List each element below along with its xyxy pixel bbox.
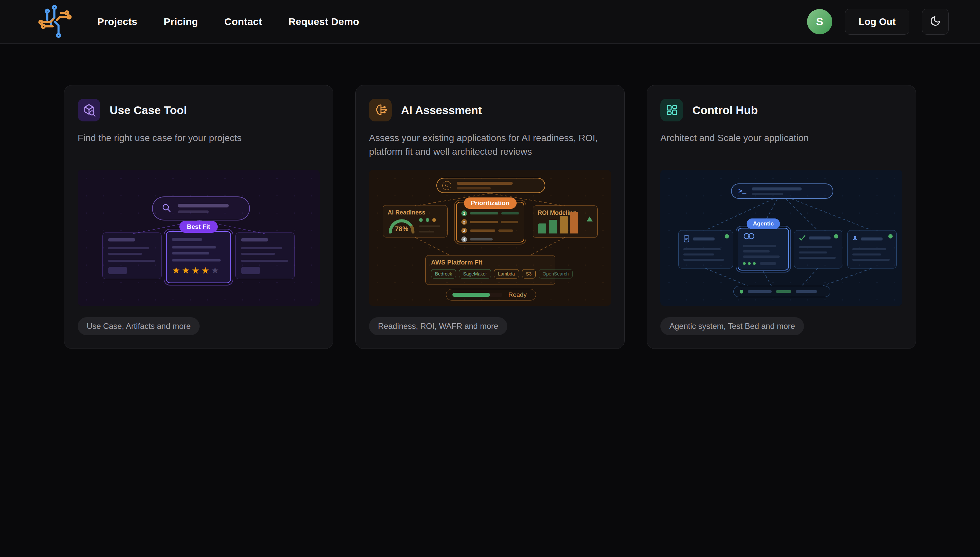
priority-number: 3 bbox=[461, 228, 467, 233]
top-navbar: Projects Pricing Contact Request Demo S … bbox=[0, 0, 980, 44]
nav-link-pricing[interactable]: Pricing bbox=[164, 16, 198, 27]
use-case-illustration: Best Fit bbox=[78, 170, 320, 306]
priority-number: 2 bbox=[461, 219, 467, 225]
status-dot bbox=[834, 234, 838, 238]
layout-grid-icon bbox=[660, 99, 683, 121]
card-header: Control Hub bbox=[660, 99, 902, 121]
progress-bar bbox=[452, 293, 502, 297]
ai-readiness-box: AI Readiness 78% bbox=[383, 205, 448, 238]
readiness-value: 78% bbox=[388, 225, 416, 233]
search-bar-mock bbox=[152, 197, 250, 220]
star-icon bbox=[172, 265, 182, 275]
prioritization-badge: Prioritization bbox=[464, 197, 516, 209]
terminal-input-mock: >_ bbox=[731, 184, 833, 199]
agent-status-dots bbox=[743, 262, 784, 265]
card-use-case-tool[interactable]: Use Case Tool Find the right use case fo… bbox=[64, 85, 333, 349]
status-dot bbox=[725, 234, 729, 238]
readiness-side-skeleton bbox=[419, 218, 440, 233]
magnifier-icon bbox=[161, 203, 171, 214]
card-title: Use Case Tool bbox=[110, 104, 187, 117]
hub-card-agentic: Agentic bbox=[738, 228, 789, 270]
skeleton-lines bbox=[178, 204, 229, 213]
chip-opensearch: OpenSearch bbox=[539, 269, 573, 278]
skeleton-lines bbox=[752, 187, 802, 195]
nav-link-contact[interactable]: Contact bbox=[224, 16, 262, 27]
brain-badge-icon bbox=[442, 181, 451, 190]
checkmark-icon bbox=[799, 235, 806, 241]
card-description: Architect and Scale your application bbox=[660, 132, 902, 163]
hub-card-docs bbox=[678, 230, 733, 269]
nav-links: Projects Pricing Contact Request Demo bbox=[97, 16, 359, 27]
card-control-hub[interactable]: Control Hub Architect and Scale your app… bbox=[647, 85, 916, 349]
hub-card-validated bbox=[794, 230, 842, 269]
main-content: Use Case Tool Find the right use case fo… bbox=[0, 44, 980, 349]
card-footer-tag: Use Case, Artifacts and more bbox=[78, 317, 200, 335]
readiness-gauge: 78% bbox=[388, 217, 416, 233]
rocket-icon bbox=[852, 235, 858, 243]
prioritization-box: Prioritization 1 2 3 4 bbox=[456, 202, 524, 243]
control-hub-illustration: >_ bbox=[660, 170, 902, 306]
roi-bar-chart bbox=[538, 212, 578, 233]
nav-link-request-demo[interactable]: Request Demo bbox=[288, 16, 359, 27]
assessment-input-mock bbox=[436, 178, 545, 193]
card-title: Control Hub bbox=[692, 104, 758, 117]
brain-circuit-icon bbox=[369, 99, 392, 121]
package-search-icon bbox=[78, 99, 101, 121]
theme-toggle-button[interactable] bbox=[922, 9, 949, 35]
card-header: AI Assessment bbox=[369, 99, 611, 121]
priority-number: 4 bbox=[461, 236, 467, 242]
star-rating bbox=[172, 266, 225, 275]
aws-platform-fit-label: AWS Platform Fit bbox=[431, 259, 550, 266]
ready-label: Ready bbox=[508, 291, 527, 298]
mock-button bbox=[108, 267, 127, 274]
mock-button bbox=[241, 267, 260, 274]
result-card-best-fit: Best Fit bbox=[166, 231, 231, 283]
service-chips: Bedrock SageMaker Lambda S3 OpenSearch bbox=[431, 269, 550, 278]
pipeline-summary-pill bbox=[733, 286, 830, 297]
card-header: Use Case Tool bbox=[78, 99, 320, 121]
star-icon bbox=[201, 265, 211, 275]
skeleton-lines bbox=[457, 182, 513, 189]
status-dot bbox=[888, 234, 893, 238]
ai-assessment-illustration: AI Readiness 78% bbox=[369, 170, 611, 306]
status-dot bbox=[740, 290, 743, 293]
document-icon bbox=[683, 235, 690, 243]
star-icon bbox=[182, 265, 191, 275]
chip-s3: S3 bbox=[522, 269, 535, 278]
card-description: Assess your existing applications for AI… bbox=[369, 132, 611, 163]
star-icon bbox=[191, 265, 201, 275]
result-card-right bbox=[235, 233, 295, 279]
roi-modeling-box: ROI Modeling bbox=[533, 205, 598, 238]
terminal-prompt-icon: >_ bbox=[738, 187, 746, 195]
star-icon bbox=[211, 265, 221, 275]
card-footer-tag: Agentic system, Test Bed and more bbox=[660, 317, 804, 335]
moon-icon bbox=[930, 15, 941, 28]
readiness-progress-pill: Ready bbox=[446, 289, 536, 301]
ai-readiness-label: AI Readiness bbox=[388, 209, 443, 216]
card-title: AI Assessment bbox=[401, 104, 482, 117]
card-ai-assessment[interactable]: AI Assessment Assess your existing appli… bbox=[355, 85, 625, 349]
hub-card-launch bbox=[847, 230, 897, 269]
chip-lambda: Lambda bbox=[494, 269, 519, 278]
nav-right-controls: S Log Out bbox=[807, 9, 949, 35]
priority-number: 1 bbox=[461, 210, 467, 216]
nav-link-projects[interactable]: Projects bbox=[97, 16, 137, 27]
chip-bedrock: Bedrock bbox=[431, 269, 456, 278]
chip-sagemaker: SageMaker bbox=[459, 269, 491, 278]
aws-platform-fit-box: AWS Platform Fit Bedrock SageMaker Lambd… bbox=[425, 255, 555, 285]
card-footer-tag: Readiness, ROI, WAFR and more bbox=[369, 317, 507, 335]
logout-button[interactable]: Log Out bbox=[845, 9, 909, 35]
user-avatar[interactable]: S bbox=[807, 9, 832, 34]
card-description: Find the right use case for your project… bbox=[78, 132, 320, 163]
best-fit-badge: Best Fit bbox=[179, 221, 218, 233]
agentic-badge: Agentic bbox=[747, 218, 780, 229]
result-card-left bbox=[102, 233, 162, 279]
trend-up-icon bbox=[587, 217, 593, 221]
app-logo-icon[interactable] bbox=[37, 4, 73, 39]
tool-cards-row: Use Case Tool Find the right use case fo… bbox=[64, 85, 916, 349]
infinity-loop-icon bbox=[743, 233, 755, 239]
